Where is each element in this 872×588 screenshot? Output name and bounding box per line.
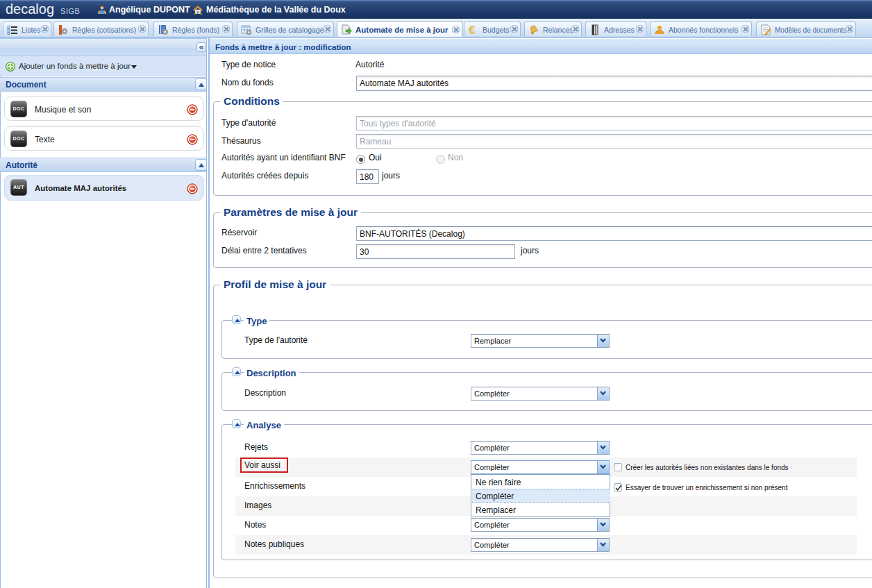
svg-text:€: €	[469, 24, 476, 35]
